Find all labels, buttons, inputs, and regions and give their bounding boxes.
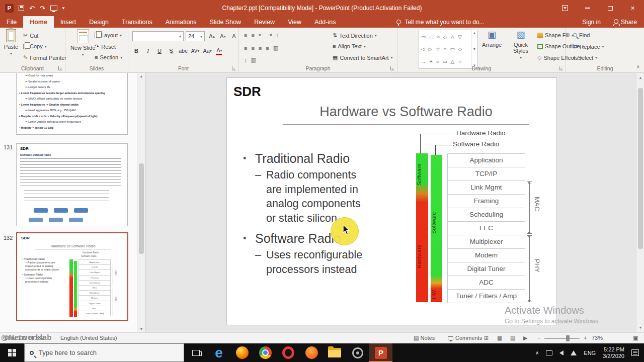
increase-font-size-button[interactable]: A▴ — [208, 32, 216, 41]
protocol-layer[interactable]: Tuner / Filters / Amp — [447, 289, 525, 303]
taskbar-firefox[interactable] — [230, 343, 254, 362]
bullets-icon[interactable]: ≡ — [244, 32, 247, 38]
taskbar-chrome[interactable] — [254, 343, 277, 362]
protocol-layer[interactable]: FEC — [447, 221, 525, 235]
editor-scrollbar[interactable]: ▲ ▼ — [636, 73, 644, 332]
increase-indent-icon[interactable]: ⇥ — [267, 32, 272, 38]
maximize-button[interactable] — [599, 0, 621, 16]
protocol-layer[interactable]: Modem — [447, 248, 525, 262]
protocol-layer[interactable]: Multiplexer — [447, 235, 525, 249]
find-button[interactable]: Find — [573, 32, 590, 38]
tab-insert[interactable]: Insert — [54, 16, 83, 28]
underline-button[interactable]: U — [155, 46, 164, 55]
tab-design[interactable]: Design — [83, 16, 115, 28]
notes-button[interactable]: ▤ Notes — [414, 335, 435, 341]
editor-scroll-down-icon[interactable]: ▼ — [636, 326, 644, 329]
select-button[interactable]: ▸Select▾ — [573, 54, 597, 61]
strikethrough-button[interactable]: abc — [179, 46, 188, 55]
language-status[interactable]: English (United States) — [60, 335, 117, 341]
network-icon[interactable] — [571, 350, 577, 355]
tab-file[interactable]: File — [0, 16, 23, 28]
protocol-layer[interactable]: Digital Tuner — [447, 262, 525, 276]
zoom-in-button[interactable]: + — [584, 335, 587, 341]
taskbar-search-box[interactable]: Type here to search — [24, 343, 184, 362]
shapes-row[interactable]: → + ○ ▭ △ ☆ — [421, 59, 469, 64]
action-center-icon[interactable] — [631, 349, 639, 356]
convert-smartart-button[interactable]: ▦Convert to SmartArt▾ — [333, 54, 393, 61]
replace-button[interactable]: ⇄Replace▾ — [573, 43, 604, 50]
slide-heading[interactable]: Hardware vs Software Radio — [283, 104, 529, 125]
shapes-row[interactable]: ▭ ◻ ○ ◇ △ ▽ — [421, 34, 469, 40]
sign-in-link[interactable]: Sign in — [582, 19, 601, 26]
font-color-button[interactable]: A▾ — [215, 46, 223, 55]
italic-button[interactable]: I — [144, 46, 152, 55]
font-name-combo[interactable]: ▾ — [132, 31, 184, 41]
reading-view-button[interactable]: ▤ — [510, 335, 515, 341]
slide-canvas[interactable]: SDR Hardware vs Software Radio •Traditio… — [226, 77, 557, 325]
tab-home[interactable]: Home — [23, 16, 54, 28]
taskbar-settings[interactable] — [346, 343, 369, 362]
cut-button[interactable]: ✂Cut — [23, 32, 38, 39]
tell-me-box[interactable]: Tell me what you want to do... — [396, 16, 484, 28]
thumbnail-slide-130[interactable]: ⇒ Good for rural areas⇒ Smaller number o… — [16, 73, 128, 135]
shapes-gallery[interactable]: ▭ ◻ ○ ◇ △ ▽ ◁ ▷ ☆ ○ ▭ ◇ → + ○ ▭ △ ☆ ▲ ▼ … — [419, 30, 478, 69]
taskbar-browser2[interactable] — [300, 343, 323, 362]
paste-button[interactable]: Paste ▾ — [4, 29, 18, 56]
thumbnail-scrollbar-thumb[interactable] — [139, 163, 144, 254]
tab-review[interactable]: Review — [248, 16, 281, 28]
volume-icon[interactable] — [559, 350, 564, 355]
new-slide-button[interactable]: New Slide ▾ — [70, 29, 96, 57]
slideshow-view-button[interactable]: ▶ — [523, 335, 527, 341]
taskbar-powerpoint-active[interactable]: P — [369, 343, 392, 362]
align-right-icon[interactable]: ≡ — [259, 45, 262, 51]
decrease-font-size-button[interactable]: A▾ — [219, 32, 227, 41]
clear-formatting-button[interactable]: A — [230, 32, 238, 41]
taskbar-opera[interactable] — [277, 343, 300, 362]
thumbnail-slide-132-selected[interactable]: SDR Hardware vs Software Radio • Traditi… — [16, 232, 128, 321]
protocol-layer[interactable]: TCP/IP — [447, 167, 525, 181]
decrease-indent-icon[interactable]: ⇤ — [259, 32, 263, 38]
protocol-layer[interactable]: Link Mgmt — [447, 180, 525, 195]
quick-styles-button[interactable]: ▧ Quick Styles ▾ — [507, 29, 534, 60]
share-button[interactable]: Share — [614, 19, 637, 26]
normal-view-button[interactable]: ⊞ — [484, 335, 489, 341]
protocol-layer[interactable]: ADC — [447, 276, 525, 290]
line-spacing2-icon[interactable]: ↕ — [244, 57, 247, 63]
line-spacing-icon[interactable]: ↕ — [276, 32, 279, 38]
arrange-button[interactable]: ▣ Arrange — [482, 29, 502, 48]
align-left-icon[interactable]: ≡ — [244, 45, 247, 51]
shapes-gallery-scrollbar[interactable]: ▲ ▼ ▾ — [471, 30, 477, 68]
format-painter-button[interactable]: ✎Format Painter — [23, 54, 66, 61]
drawing-dialog-launcher[interactable] — [559, 66, 563, 70]
copy-button[interactable]: Copy▾ — [23, 43, 47, 49]
shapes-row[interactable]: ◁ ▷ ☆ ○ ▭ ◇ — [421, 46, 469, 52]
thumbnail-slide-131[interactable]: SDR Software Defined Radio — [16, 143, 128, 226]
thumbnail-scrollbar[interactable]: ▲ ▼ — [137, 73, 145, 332]
protocol-layer[interactable]: Framing — [447, 194, 525, 208]
taskbar-file-explorer[interactable] — [323, 343, 346, 362]
character-spacing-button[interactable]: AV▾ — [191, 46, 200, 55]
tab-animations[interactable]: Animations — [159, 16, 203, 28]
reset-button[interactable]: ↷Reset — [95, 43, 116, 50]
taskbar-edge[interactable]: e — [207, 343, 230, 362]
ribbon-display-options-icon[interactable] — [553, 0, 576, 16]
numbering-icon[interactable]: ≡ — [251, 32, 254, 38]
minimize-button[interactable] — [576, 0, 599, 16]
text-direction-button[interactable]: ⇅Text Direction▾ — [333, 32, 377, 39]
hardware-radio-bar[interactable]: Software Hardware — [416, 153, 428, 302]
protocol-layer[interactable]: Application — [447, 153, 525, 167]
section-button[interactable]: ≡Section▾ — [95, 54, 122, 60]
software-radio-bar[interactable]: Software HW — [431, 155, 442, 302]
zoom-slider-thumb[interactable] — [566, 335, 570, 341]
tab-slide-show[interactable]: Slide Show — [203, 16, 248, 28]
editor-scrollbar-thumb[interactable] — [638, 88, 643, 249]
layout-button[interactable]: Layout▾ — [95, 32, 122, 38]
zoom-slider[interactable] — [544, 338, 580, 339]
save-icon[interactable] — [19, 6, 24, 11]
tab-transitions[interactable]: Transitions — [115, 16, 159, 28]
redo-icon[interactable]: ↷ — [40, 5, 45, 12]
change-case-button[interactable]: Aa▾ — [203, 46, 211, 55]
thumbnail-scroll-down-icon[interactable]: ▼ — [137, 327, 145, 331]
slide-sorter-view-button[interactable]: ▦ — [497, 335, 502, 341]
start-button[interactable] — [0, 343, 24, 362]
